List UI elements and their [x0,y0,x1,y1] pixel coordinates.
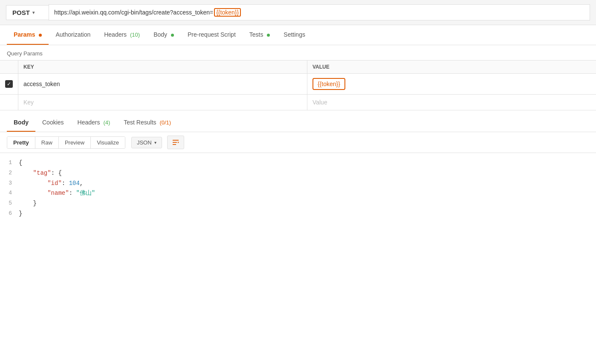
url-bar: POST ▾ https://api.weixin.qq.com/cgi-bin… [0,0,596,25]
query-params-label: Query Params [0,45,596,60]
bottom-tab-test-results[interactable]: Test Results (0/1) [117,114,178,132]
top-tabs: Params Authorization Headers (10) Body P… [0,25,596,45]
params-table: KEY VALUE ✓ access_token {{token}} Key V… [0,60,596,110]
bottom-tab-headers[interactable]: Headers (4) [71,114,117,132]
json-type-selector[interactable]: JSON ▾ [131,137,162,148]
bottom-headers-badge: (4) [103,119,110,126]
code-line-3: 3 "id": 104, [0,179,596,189]
url-token: {{token}} [214,8,241,17]
empty-check [0,95,18,110]
tests-dot [267,34,270,37]
value-placeholder: Value [312,99,327,106]
wrap-icon [172,139,179,146]
line-num-6: 6 [3,209,19,218]
format-group: Pretty Raw Preview Visualize [7,136,125,149]
method-chevron: ▾ [32,10,35,15]
table-row-empty: Key Value [0,95,596,110]
token-value: {{token}} [312,78,345,90]
row-checkbox[interactable]: ✓ [0,74,18,95]
tab-params[interactable]: Params [7,25,49,45]
tab-tests-label: Tests [249,31,263,38]
bottom-tab-body[interactable]: Body [7,114,35,132]
tab-settings-label: Settings [284,31,305,38]
line-5-content: } [19,199,593,209]
tab-authorization[interactable]: Authorization [49,25,97,45]
format-raw[interactable]: Raw [35,137,59,148]
line-num-2: 2 [3,168,19,178]
code-line-2: 2 "tag": { [0,168,596,179]
params-dot [39,34,42,37]
tab-body-label: Body [153,31,167,38]
format-pretty[interactable]: Pretty [7,137,35,148]
line-2-content: "tag": { [19,168,593,179]
url-display[interactable]: https://api.weixin.qq.com/cgi-bin/tags/c… [49,4,590,20]
bottom-tab-body-label: Body [14,119,29,126]
line-1-content: { [19,158,593,168]
bottom-tabs: Body Cookies Headers (4) Test Results (0… [0,114,596,132]
line-num-1: 1 [3,158,19,168]
tab-prerequest-label: Pre-request Script [188,31,236,38]
headers-badge: (10) [130,32,140,38]
json-type-label: JSON [137,139,152,146]
tab-authorization-label: Authorization [55,31,90,38]
key-value: access_token [23,81,60,87]
tab-tests[interactable]: Tests [243,25,277,45]
line-num-5: 5 [3,199,19,208]
line-4-content: "name": "佛山" [19,188,593,199]
table-row: ✓ access_token {{token}} [0,74,596,95]
code-area: 1 { 2 "tag": { 3 "id": 104, 4 "name": "佛… [0,153,596,224]
line-3-content: "id": 104, [19,179,593,189]
row-key[interactable]: access_token [18,74,307,95]
tab-headers[interactable]: Headers (10) [97,25,147,45]
wrap-button[interactable] [167,136,184,149]
line-6-content: } [19,209,593,219]
json-type-arrow: ▾ [154,140,156,145]
bottom-tab-test-label: Test Results [124,119,156,126]
tab-headers-label: Headers [104,31,127,38]
tab-body[interactable]: Body [147,25,181,45]
empty-key[interactable]: Key [18,95,307,110]
bottom-tab-headers-label: Headers [78,119,100,126]
url-prefix: https://api.weixin.qq.com/cgi-bin/tags/c… [54,9,213,16]
format-bar: Pretty Raw Preview Visualize JSON ▾ [0,132,596,153]
col-key: KEY [18,61,307,74]
line-num-3: 3 [3,179,19,188]
code-line-5: 5 } [0,199,596,209]
method-selector[interactable]: POST ▾ [6,5,49,20]
code-line-4: 4 "name": "佛山" [0,188,596,199]
format-visualize[interactable]: Visualize [91,137,125,148]
tab-settings[interactable]: Settings [277,25,312,45]
test-results-badge: (0/1) [159,119,171,126]
code-line-1: 1 { [0,158,596,168]
tab-params-label: Params [14,31,35,38]
empty-value[interactable]: Value [307,95,596,110]
col-check [0,61,18,74]
body-dot [171,34,174,37]
line-num-4: 4 [3,188,19,198]
col-value: VALUE [307,61,596,74]
tab-prerequest[interactable]: Pre-request Script [181,25,243,45]
row-value[interactable]: {{token}} [307,74,596,95]
bottom-tab-cookies-label: Cookies [42,119,64,126]
method-label: POST [12,9,30,16]
code-line-6: 6 } [0,209,596,219]
checkbox-icon: ✓ [5,80,13,88]
bottom-tab-cookies[interactable]: Cookies [35,114,71,132]
format-preview[interactable]: Preview [59,137,91,148]
key-placeholder: Key [23,99,34,106]
